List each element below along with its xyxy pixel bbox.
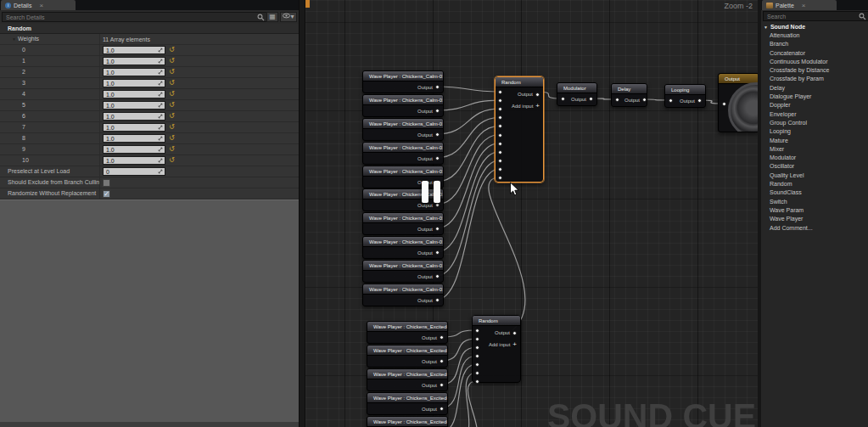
close-icon[interactable]: × xyxy=(802,2,806,9)
palette-item[interactable]: Oscillator xyxy=(761,162,868,171)
drag-value-icon[interactable] xyxy=(158,125,163,130)
weight-value-input[interactable] xyxy=(104,92,158,98)
input-pin[interactable] xyxy=(475,371,479,375)
output-pin[interactable] xyxy=(697,98,702,103)
palette-search-input[interactable] xyxy=(763,11,868,21)
weight-value-input[interactable] xyxy=(104,158,158,164)
drag-value-icon[interactable] xyxy=(158,103,163,108)
palette-item[interactable]: Branch xyxy=(761,40,868,48)
input-pin[interactable] xyxy=(561,97,565,101)
output-pin[interactable] xyxy=(435,85,440,89)
wave-player-node[interactable]: Wave Player : Chickens_Excited-010Output xyxy=(367,392,448,415)
weights-header-row[interactable]: ▼Weights 11 Array elements xyxy=(0,34,299,45)
palette-item[interactable]: Modulator xyxy=(761,154,868,162)
palette-item[interactable]: Looping xyxy=(761,127,868,136)
input-pin[interactable] xyxy=(498,150,502,155)
reset-to-default-icon[interactable]: ↺ xyxy=(169,145,175,154)
reset-to-default-icon[interactable]: ↺ xyxy=(169,112,175,121)
wave-player-node[interactable]: Wave Player : Chickens_Excited-009Output xyxy=(367,368,448,391)
palette-item[interactable]: Delay xyxy=(761,84,868,93)
weight-value-input[interactable] xyxy=(104,59,158,65)
palette-item[interactable]: Continuous Modulator xyxy=(761,58,868,66)
palette-item[interactable]: SoundClass xyxy=(761,188,868,197)
random-node[interactable]: RandomOutputAdd input+ xyxy=(472,315,521,383)
palette-item[interactable]: Wave Param xyxy=(761,206,868,215)
reset-to-default-icon[interactable]: ↺ xyxy=(169,134,175,143)
sound-cue-graph[interactable]: Zoom -2 SOUND CUE Wave Player : Chickens… xyxy=(305,0,758,427)
drag-value-icon[interactable] xyxy=(158,59,163,64)
drag-value-icon[interactable] xyxy=(158,169,163,174)
output-pin[interactable] xyxy=(435,156,440,160)
palette-item[interactable]: Wave Player xyxy=(761,215,868,223)
output-pin[interactable] xyxy=(589,97,593,101)
exclude-checkbox[interactable] xyxy=(103,179,110,187)
wave-player-node[interactable]: Wave Player : Chickens_Excited-007Output xyxy=(367,321,448,344)
palette-item[interactable]: Crossfade by Distance xyxy=(761,66,868,75)
palette-item[interactable]: Add Comment... xyxy=(761,224,868,233)
input-pin[interactable] xyxy=(498,124,502,128)
wave-player-node[interactable]: Wave Player : Chickens_Calm-018Output xyxy=(362,260,444,283)
palette-item[interactable]: Concatenator xyxy=(761,49,868,58)
input-pin[interactable] xyxy=(498,115,502,120)
weight-value-input[interactable] xyxy=(104,81,158,87)
output-pin[interactable] xyxy=(535,93,540,97)
palette-item[interactable]: Mature xyxy=(761,137,868,145)
wave-player-node[interactable]: Wave Player : Chickens_Excited-008Output xyxy=(367,345,448,368)
weight-value-input[interactable] xyxy=(104,136,158,142)
output-pin[interactable] xyxy=(435,250,440,255)
output-pin[interactable] xyxy=(435,274,440,278)
weight-value-input[interactable] xyxy=(104,147,158,153)
output-pin[interactable] xyxy=(440,335,444,340)
drag-value-icon[interactable] xyxy=(158,81,163,86)
delay-node[interactable]: DelayOutput xyxy=(611,83,647,107)
reset-to-default-icon[interactable]: ↺ xyxy=(169,79,175,87)
drag-value-icon[interactable] xyxy=(158,92,163,97)
details-search-input[interactable] xyxy=(2,12,267,22)
drag-value-icon[interactable] xyxy=(158,136,163,141)
palette-item[interactable]: Enveloper xyxy=(761,110,868,119)
reset-to-default-icon[interactable]: ↺ xyxy=(169,57,175,65)
panel-splitter-left[interactable] xyxy=(299,0,305,427)
palette-item[interactable]: Group Control xyxy=(761,119,868,127)
weight-value-input[interactable] xyxy=(104,48,158,53)
reset-to-default-icon[interactable]: ↺ xyxy=(169,46,175,54)
output-pin[interactable] xyxy=(435,227,440,231)
wave-player-node[interactable]: Wave Player : Chickens_Excited-011Output xyxy=(367,416,448,427)
input-pin[interactable] xyxy=(615,98,619,102)
input-pin[interactable] xyxy=(722,102,726,106)
output-pin[interactable] xyxy=(435,203,440,207)
output-pin[interactable] xyxy=(435,109,440,113)
drag-value-icon[interactable] xyxy=(158,70,163,75)
palette-category-sound-node[interactable]: ▼ Sound Node xyxy=(764,24,805,30)
input-pin[interactable] xyxy=(475,337,479,341)
preselect-input[interactable] xyxy=(104,169,158,175)
palette-item[interactable]: Quality Level xyxy=(761,171,868,180)
reset-to-default-icon[interactable]: ↺ xyxy=(169,156,175,165)
reset-to-default-icon[interactable]: ↺ xyxy=(169,123,175,132)
weight-value-input[interactable] xyxy=(104,125,158,131)
modulator-node[interactable]: ModulatorOutput xyxy=(557,82,597,106)
palette-item[interactable]: Crossfade by Param xyxy=(761,75,868,83)
palette-item[interactable]: Mixer xyxy=(761,145,868,154)
output-node[interactable]: Output xyxy=(718,73,758,132)
add-input-button[interactable]: + xyxy=(512,341,517,348)
palette-item[interactable]: Attenuation xyxy=(761,31,868,40)
palette-item[interactable]: Random xyxy=(761,180,868,188)
output-pin[interactable] xyxy=(435,132,440,137)
output-pin[interactable] xyxy=(440,359,444,363)
input-pin[interactable] xyxy=(475,354,479,358)
wave-player-node[interactable]: Wave Player : Chickens_Calm-017Output xyxy=(362,236,444,259)
wave-player-node[interactable]: Wave Player : Chickens_Calm-019Output xyxy=(362,284,444,306)
input-pin[interactable] xyxy=(498,176,502,180)
input-pin[interactable] xyxy=(475,362,479,367)
weight-value-input[interactable] xyxy=(104,114,158,120)
output-pin[interactable] xyxy=(512,331,517,335)
random-node[interactable]: RandomOutputAdd input+ xyxy=(495,76,544,183)
output-pin[interactable] xyxy=(440,407,444,411)
palette-item[interactable]: Dialogue Player xyxy=(761,93,868,101)
reset-to-default-icon[interactable]: ↺ xyxy=(169,90,175,98)
input-pin[interactable] xyxy=(498,133,502,138)
input-pin[interactable] xyxy=(475,329,479,333)
input-pin[interactable] xyxy=(475,379,479,384)
output-pin[interactable] xyxy=(642,98,647,102)
